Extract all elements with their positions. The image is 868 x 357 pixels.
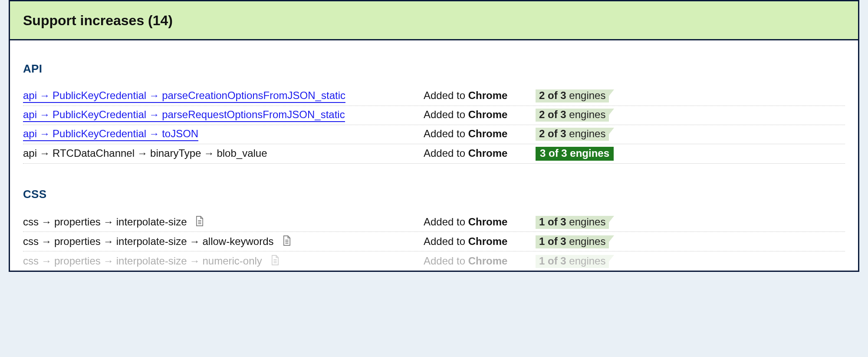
path-segment: PublicKeyCredential (53, 89, 146, 101)
status-cell: Added to Chrome (424, 109, 532, 121)
path-segment: toJSON (162, 128, 198, 139)
status-prefix: Added to (424, 109, 468, 120)
status-cell: Added to Chrome (424, 235, 532, 248)
engines-suffix: engines (566, 216, 606, 228)
status-cell: Added to Chrome (424, 255, 532, 267)
arrow-icon: → (189, 255, 200, 267)
feature-path[interactable]: api→PublicKeyCredential→parseRequestOpti… (23, 109, 420, 122)
engines-suffix: engines (566, 128, 606, 139)
path-segment: css (23, 216, 39, 228)
table-row: api→PublicKeyCredential→parseRequestOpti… (23, 106, 845, 125)
status-prefix: Added to (424, 128, 468, 139)
engines-count: 1 of 3 (539, 255, 566, 267)
status-cell: Added to Chrome (424, 147, 532, 159)
status-browser: Chrome (468, 89, 508, 101)
engines-cell: 2 of 3 engines (536, 89, 845, 102)
status-browser: Chrome (468, 235, 508, 247)
engines-suffix: engines (566, 235, 606, 247)
path-segment: css (23, 235, 39, 247)
engines-cell: 2 of 3 engines (536, 109, 845, 122)
status-cell: Added to Chrome (424, 216, 532, 228)
path-segment: blob_value (217, 147, 267, 159)
status-browser: Chrome (468, 147, 508, 159)
engines-cell: 3 of 3 engines (536, 147, 845, 161)
arrow-icon: → (41, 235, 52, 248)
engines-badge: 1 of 3 engines (536, 216, 609, 229)
path-segment: RTCDataChannel (53, 147, 135, 159)
status-prefix: Added to (424, 89, 468, 101)
arrow-icon: → (41, 255, 52, 267)
engines-count: 2 of 3 (539, 109, 566, 120)
status-browser: Chrome (468, 255, 508, 267)
arrow-icon: → (189, 235, 200, 248)
section-body: API api→PublicKeyCredential→parseCreatio… (10, 40, 858, 271)
path-segment: properties (54, 235, 101, 247)
path-segment: api (23, 128, 37, 139)
engines-suffix: engines (566, 89, 606, 101)
arrow-icon: → (103, 216, 114, 228)
support-changes-card: Support increases (14) API api→PublicKey… (9, 0, 859, 272)
arrow-icon: → (103, 255, 114, 267)
arrow-icon: → (149, 128, 159, 140)
status-prefix: Added to (424, 147, 468, 159)
engines-badge: 3 of 3 engines (536, 147, 614, 161)
path-segment: properties (54, 255, 101, 267)
table-row: css→properties→interpolate-size→numeric-… (23, 251, 845, 271)
arrow-icon: → (39, 128, 50, 140)
engines-badge: 2 of 3 engines (536, 109, 609, 122)
engines-badge: 2 of 3 engines (536, 89, 609, 102)
arrow-icon: → (39, 109, 50, 121)
arrow-icon: → (39, 147, 50, 159)
path-segment: api (23, 89, 37, 101)
feature-path: api→RTCDataChannel→binaryType→blob_value (23, 147, 420, 159)
path-segment: css (23, 255, 39, 267)
table-row: css→properties→interpolate-size Added to… (23, 212, 845, 232)
spec-document-icon[interactable] (283, 235, 291, 246)
spec-document-icon[interactable] (271, 255, 279, 265)
status-cell: Added to Chrome (424, 128, 532, 140)
engines-count: 3 of 3 (540, 147, 567, 159)
engines-cell: 2 of 3 engines (536, 128, 845, 141)
arrow-icon: → (103, 235, 114, 248)
status-cell: Added to Chrome (424, 89, 532, 102)
engines-count: 1 of 3 (539, 216, 566, 228)
path-segment: interpolate-size (116, 216, 187, 228)
table-row: api→PublicKeyCredential→toJSON Added to … (23, 125, 845, 144)
arrow-icon: → (39, 89, 50, 102)
engines-badge: 1 of 3 engines (536, 235, 609, 248)
status-prefix: Added to (424, 235, 468, 247)
engines-suffix: engines (566, 255, 606, 267)
arrow-icon: → (149, 89, 159, 102)
path-segment: api (23, 109, 37, 120)
path-segment: parseCreationOptionsFromJSON_static (162, 89, 345, 101)
engines-suffix: engines (567, 147, 609, 159)
engines-cell: 1 of 3 engines (536, 235, 845, 248)
status-browser: Chrome (468, 216, 508, 228)
engines-count: 2 of 3 (539, 89, 566, 101)
arrow-icon: → (137, 147, 148, 159)
path-segment: PublicKeyCredential (53, 128, 146, 139)
section-header: Support increases (14) (10, 0, 858, 40)
feature-path: css→properties→interpolate-size (23, 215, 420, 228)
path-segment: binaryType (150, 147, 201, 159)
path-segment: allow-keywords (202, 235, 273, 247)
path-segment: interpolate-size (116, 235, 187, 247)
table-row: api→PublicKeyCredential→parseCreationOpt… (23, 87, 845, 106)
group-title-css: CSS (23, 188, 845, 201)
feature-path[interactable]: api→PublicKeyCredential→parseCreationOpt… (23, 89, 420, 103)
path-segment: parseRequestOptionsFromJSON_static (162, 109, 345, 120)
status-browser: Chrome (468, 128, 508, 139)
table-row: api→RTCDataChannel→binaryType→blob_value… (23, 144, 845, 164)
engines-suffix: engines (566, 109, 606, 120)
table-row: css→properties→interpolate-size→allow-ke… (23, 232, 845, 251)
spec-document-icon[interactable] (195, 216, 204, 226)
group-title-api: API (23, 62, 845, 76)
path-segment: interpolate-size (116, 255, 187, 267)
engines-cell: 1 of 3 engines (536, 216, 845, 229)
engines-count: 1 of 3 (539, 235, 566, 247)
status-prefix: Added to (424, 255, 468, 267)
feature-path[interactable]: api→PublicKeyCredential→toJSON (23, 128, 420, 141)
arrow-icon: → (41, 216, 52, 228)
status-browser: Chrome (468, 109, 508, 120)
feature-path: css→properties→interpolate-size→allow-ke… (23, 235, 420, 248)
